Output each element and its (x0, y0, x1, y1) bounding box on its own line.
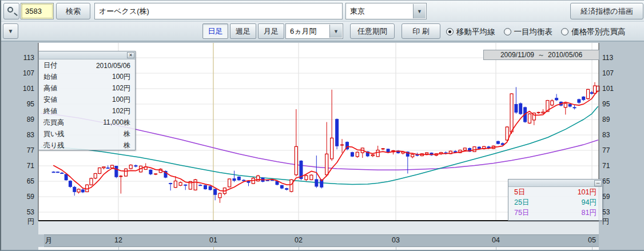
print-button[interactable]: 印 刷 (401, 23, 440, 39)
radio-overlay[interactable]: 価格帯別売買高 (561, 27, 626, 37)
legend-ma-value: 94円 (582, 198, 597, 208)
info-row-value: 2010/05/06 (96, 62, 130, 70)
exchange-value: 東京 (350, 6, 365, 17)
radio-on-icon[interactable] (446, 28, 454, 35)
info-row-value: 102円 (112, 106, 130, 116)
date-range-separator: ～ (538, 50, 544, 60)
month-tick (299, 247, 299, 250)
info-row-value: 102円 (112, 83, 130, 93)
legend-row: 5日101円 (508, 187, 602, 197)
y-axis-unit: 円 (9, 217, 34, 226)
info-row: 買い残株 (39, 128, 135, 140)
ohlc-info-box[interactable]: ✕ 日付2010/05/06始値100円高値102円安値100円終値102円売買… (38, 51, 136, 150)
search-button[interactable]: 検索 (56, 3, 90, 19)
radio-overlay[interactable]: 一目均衡表 (504, 27, 553, 37)
chevron-down-icon[interactable]: ▼ (413, 4, 426, 18)
y-tick-label: 113 (9, 54, 34, 62)
exchange-select[interactable]: 東京 ▼ (345, 3, 427, 19)
date-range-end: 2010/05/06 (548, 51, 582, 59)
month-label: 04 (492, 236, 500, 244)
y-tick-label: 95 (9, 100, 34, 108)
info-row-label: 安値 (43, 95, 57, 105)
y-tick-label: 113 (602, 54, 627, 62)
info-row-value: 11,000株 (103, 118, 130, 128)
ma-legend-box[interactable]: ─ 5日101円25日94円75日81円 (508, 179, 603, 221)
tab-daily[interactable]: 日足 (202, 23, 228, 39)
y-tick-label: 65 (9, 177, 34, 185)
y-tick-label: 71 (602, 162, 627, 170)
info-row-value: 株 (124, 129, 130, 139)
overlay-radio-group: 移動平均線一目均衡表価格帯別売買高 (446, 22, 626, 42)
y-tick-label: 101 (9, 85, 34, 93)
x-axis-strip (38, 221, 599, 234)
month-label: 05 (588, 236, 596, 244)
month-tick (396, 247, 396, 250)
custom-period-label: 任意期間 (357, 26, 387, 37)
y-tick-label: 101 (602, 85, 627, 93)
legend-ma-label: 75日 (514, 208, 529, 218)
info-row-label: 売り残 (43, 141, 64, 150)
minimize-icon[interactable]: ─ (594, 180, 602, 186)
x-axis-below-band (38, 247, 599, 251)
stock-code-value: 3583 (25, 7, 42, 15)
y-tick-label: 53 (602, 208, 627, 216)
month-label: 12 (114, 236, 122, 244)
y-tick-label: 89 (9, 115, 34, 123)
radio-label: 移動平均線 (456, 27, 495, 37)
search-icon-button[interactable] (3, 3, 19, 19)
y-tick-label: 71 (9, 162, 34, 170)
x-axis-month-band (44, 234, 599, 247)
info-row-label: 売買高 (43, 118, 64, 128)
tab-weekly-label: 週足 (236, 26, 251, 37)
info-row: 終値102円 (39, 105, 135, 117)
info-box-rows: 日付2010/05/06始値100円高値102円安値100円終値102円売買高1… (39, 59, 135, 151)
chevron-down-icon[interactable]: ▼ (329, 25, 342, 38)
radio-selected-overlay[interactable]: 移動平均線 (446, 27, 495, 37)
month-tick (118, 247, 119, 250)
y-tick-label: 83 (602, 131, 627, 139)
tab-weekly[interactable]: 週足 (230, 23, 256, 39)
info-row: 高値102円 (39, 82, 135, 94)
legend-rows: 5日101円25日94円75日81円 (508, 187, 602, 218)
print-label: 印 刷 (412, 26, 430, 37)
search-button-label: 検索 (66, 6, 81, 17)
y-tick-label: 107 (9, 69, 34, 77)
legend-ma-label: 5日 (514, 188, 525, 197)
info-row: 始値100円 (39, 71, 135, 82)
legend-ma-label: 25日 (514, 198, 529, 208)
info-box-titlebar[interactable]: ✕ (39, 51, 135, 59)
stock-name-input[interactable]: オーベクス(株) (94, 3, 343, 19)
info-row-label: 終値 (43, 106, 57, 116)
panel-collapse-button[interactable]: ▼ (3, 23, 18, 39)
legend-ma-value: 101円 (578, 188, 597, 197)
tab-monthly-label: 月足 (264, 26, 279, 37)
legend-titlebar[interactable]: ─ (508, 180, 602, 187)
stock-code-input[interactable]: 3583 (21, 3, 54, 19)
info-row-value: 株 (124, 141, 130, 150)
close-icon[interactable]: ✕ (127, 52, 134, 58)
info-row: 安値100円 (39, 94, 135, 105)
info-row-value: 100円 (112, 72, 130, 82)
month-label: 03 (392, 236, 400, 244)
info-row-value: 100円 (112, 95, 130, 105)
stock-chart-app: 3583 検索 オーベクス(株) 東京 ▼ 経済指標の描画 ▼ 日足 週足 月足… (0, 0, 644, 251)
y-tick-label: 59 (602, 193, 627, 201)
period-select[interactable]: 6ヵ月間 ▼ (285, 23, 343, 39)
month-label: 01 (209, 236, 217, 244)
chart-panel: 1131071019589837771655953円 1131071019589… (1, 42, 644, 251)
tab-monthly[interactable]: 月足 (258, 23, 284, 39)
y-tick-label: 107 (602, 69, 627, 77)
y-tick-label: 65 (602, 177, 627, 185)
radio-label: 一目均衡表 (514, 27, 553, 37)
y-tick-label: 89 (602, 115, 627, 123)
radio-off-icon[interactable] (561, 28, 569, 35)
draw-economic-indicator-button[interactable]: 経済指標の描画 (570, 3, 643, 19)
info-row: 日付2010/05/06 (39, 59, 135, 71)
y-tick-label: 77 (9, 146, 34, 154)
radio-off-icon[interactable] (504, 28, 511, 35)
custom-period-button[interactable]: 任意期間 (350, 23, 395, 39)
draw-econ-label: 経済指標の描画 (581, 6, 633, 17)
legend-ma-value: 81円 (582, 208, 597, 218)
info-row-label: 高値 (43, 83, 57, 93)
date-range-start: 2009/11/09 (500, 51, 534, 59)
